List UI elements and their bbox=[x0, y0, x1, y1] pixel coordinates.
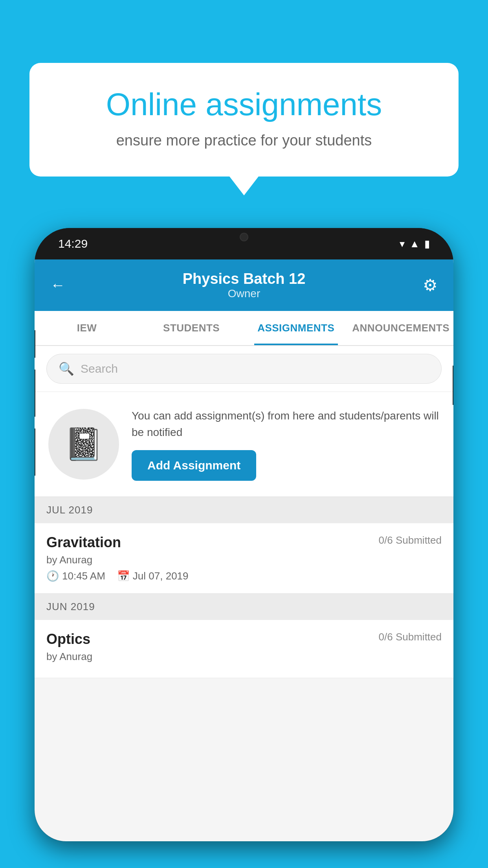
tab-students[interactable]: STUDENTS bbox=[139, 311, 244, 345]
phone-screen: ← Physics Batch 12 Owner ⚙ IEW STUDENTS … bbox=[35, 259, 453, 841]
assignment-time-text: 10:45 AM bbox=[62, 570, 105, 582]
phone-side-btn-right bbox=[453, 366, 453, 405]
phone-time: 14:29 bbox=[58, 237, 88, 250]
assignment-name-optics: Optics bbox=[46, 631, 90, 647]
assignment-date-gravitation: 📅 Jul 07, 2019 bbox=[117, 570, 189, 582]
tab-announcements[interactable]: ANNOUNCEMENTS bbox=[348, 311, 453, 345]
assignment-by-gravitation: by Anurag bbox=[46, 554, 442, 566]
assignment-submitted-gravitation: 0/6 Submitted bbox=[379, 534, 442, 546]
speech-bubble: Online assignments ensure more practice … bbox=[29, 63, 459, 177]
add-assignment-button[interactable]: Add Assignment bbox=[132, 450, 256, 481]
assignment-name-gravitation: Gravitation bbox=[46, 534, 121, 551]
section-header-jun: JUN 2019 bbox=[35, 594, 453, 620]
add-assignment-promo: 📓 You can add assignment(s) from here an… bbox=[35, 392, 453, 497]
phone-side-btn-left3 bbox=[35, 428, 35, 476]
search-icon: 🔍 bbox=[59, 361, 74, 376]
assignment-top-row-optics: Optics 0/6 Submitted bbox=[46, 631, 442, 647]
assignment-by-optics: by Anurag bbox=[46, 651, 442, 663]
settings-icon[interactable]: ⚙ bbox=[423, 276, 438, 295]
phone-frame: 14:29 ▾ ▲ ▮ ← Physics Batch 12 Owner ⚙ bbox=[35, 228, 453, 841]
promo-content: You can add assignment(s) from here and … bbox=[132, 408, 440, 481]
signal-icon: ▲ bbox=[409, 238, 420, 250]
phone-container: 14:29 ▾ ▲ ▮ ← Physics Batch 12 Owner ⚙ bbox=[35, 228, 453, 868]
phone-camera bbox=[240, 233, 248, 241]
search-placeholder: Search bbox=[81, 362, 118, 375]
speech-bubble-subtitle: ensure more practice for your students bbox=[57, 132, 431, 149]
tab-assignments[interactable]: ASSIGNMENTS bbox=[244, 311, 348, 345]
promo-icon-circle: 📓 bbox=[48, 409, 119, 480]
app-header: ← Physics Batch 12 Owner ⚙ bbox=[35, 259, 453, 311]
search-bar[interactable]: 🔍 Search bbox=[46, 354, 442, 384]
assignment-item-gravitation[interactable]: Gravitation 0/6 Submitted by Anurag 🕐 10… bbox=[35, 523, 453, 594]
assignment-top-row: Gravitation 0/6 Submitted bbox=[46, 534, 442, 551]
promo-text: You can add assignment(s) from here and … bbox=[132, 408, 440, 441]
back-button[interactable]: ← bbox=[50, 277, 65, 294]
tabs-container: IEW STUDENTS ASSIGNMENTS ANNOUNCEMENTS bbox=[35, 311, 453, 346]
assignment-item-optics[interactable]: Optics 0/6 Submitted by Anurag bbox=[35, 620, 453, 678]
clock-icon: 🕐 bbox=[46, 570, 59, 582]
batch-subtitle: Owner bbox=[183, 287, 306, 300]
battery-icon: ▮ bbox=[424, 238, 430, 250]
speech-bubble-container: Online assignments ensure more practice … bbox=[29, 63, 459, 177]
batch-title: Physics Batch 12 bbox=[183, 270, 306, 287]
phone-notch bbox=[220, 228, 268, 246]
assignment-time-gravitation: 🕐 10:45 AM bbox=[46, 570, 105, 582]
notebook-icon: 📓 bbox=[64, 426, 103, 463]
wifi-icon: ▾ bbox=[400, 238, 405, 250]
phone-status-bar: 14:29 ▾ ▲ ▮ bbox=[35, 228, 453, 259]
assignment-date-text: Jul 07, 2019 bbox=[133, 570, 189, 582]
section-header-jul: JUL 2019 bbox=[35, 497, 453, 523]
phone-status-icons: ▾ ▲ ▮ bbox=[400, 238, 430, 250]
calendar-icon: 📅 bbox=[117, 570, 130, 582]
search-container: 🔍 Search bbox=[35, 346, 453, 392]
assignment-submitted-optics: 0/6 Submitted bbox=[379, 631, 442, 643]
tab-iew[interactable]: IEW bbox=[35, 311, 139, 345]
assignment-meta-gravitation: 🕐 10:45 AM 📅 Jul 07, 2019 bbox=[46, 570, 442, 582]
header-center: Physics Batch 12 Owner bbox=[183, 270, 306, 300]
speech-bubble-title: Online assignments bbox=[57, 86, 431, 123]
phone-side-btn-left2 bbox=[35, 370, 35, 417]
